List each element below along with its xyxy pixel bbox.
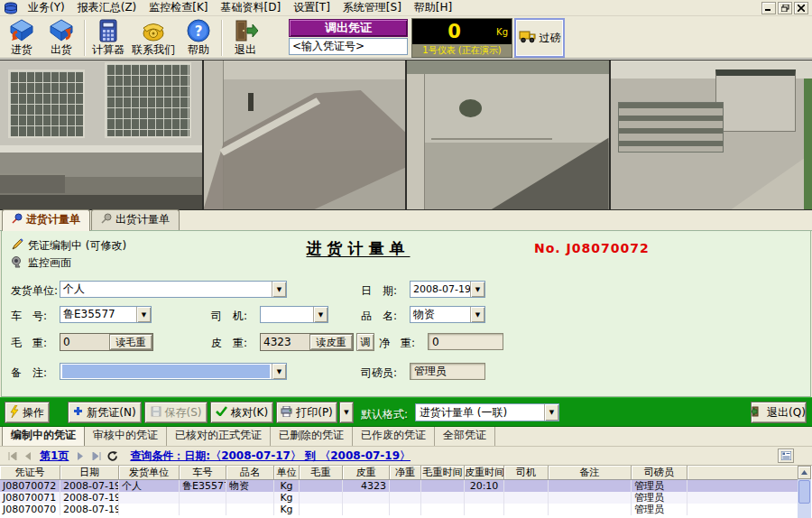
default-format-combo[interactable]: 进货计量单 (一联) ▼ (415, 403, 559, 421)
close-button[interactable] (794, 2, 808, 14)
pit-shadow (407, 60, 609, 209)
table-cell (180, 504, 226, 515)
chevron-down-icon[interactable]: ▼ (136, 307, 151, 322)
column-header[interactable]: 日期 (60, 466, 119, 479)
column-header[interactable]: 毛重时间 (421, 466, 465, 479)
exit-door-icon (752, 406, 763, 420)
grid-scrollbar[interactable] (798, 466, 811, 518)
chevron-down-icon[interactable]: ▼ (272, 282, 286, 297)
weigh-button[interactable]: 过磅 (514, 18, 565, 58)
tab-incoming-ticket[interactable]: 进货计量单 (2, 209, 90, 231)
voucher-tab-0[interactable]: 编制中的凭证 (2, 424, 85, 446)
menu-item-1[interactable]: 报表汇总(Z) (71, 0, 143, 16)
remark-combo[interactable]: ▼ (60, 363, 287, 380)
print-button[interactable]: 打印(P) (276, 402, 337, 423)
operate-button[interactable]: 操作 (5, 402, 50, 423)
column-header[interactable]: 司机 (504, 466, 549, 479)
query-condition-link[interactable]: 查询条件：日期:〈2008-07-17〉 到 〈2008-07-19〉 (130, 449, 411, 464)
column-header[interactable]: 净重 (390, 466, 421, 479)
new-voucher-button[interactable]: 新凭证(N) (68, 402, 142, 423)
help-button[interactable]: ? 帮助 (179, 17, 218, 59)
exit-label: 退出 (235, 43, 256, 56)
date-combo[interactable]: 2008-07-19 ▼ (410, 281, 485, 298)
column-header[interactable]: 凭证号 (0, 466, 60, 479)
lightning-icon (10, 405, 19, 421)
contact-us-button[interactable]: 联系我们 (128, 17, 179, 59)
table-cell: 管理员 (632, 492, 687, 504)
menu-item-5[interactable]: 系统管理[S] (337, 0, 408, 16)
incoming-goods-button[interactable]: 进货 (2, 17, 42, 59)
sender-combo[interactable]: 个人 ▼ (60, 281, 287, 298)
outgoing-goods-button[interactable]: 出货 (42, 17, 81, 59)
table-row[interactable]: J080700722008-07-19个人鲁E35577物资Kg432320:1… (0, 480, 798, 492)
meter-status: 1号仪表 (正在演示) (412, 44, 512, 57)
menu-item-2[interactable]: 监控检查[K] (143, 0, 214, 16)
weight-display: 0 Kg 1号仪表 (正在演示) (411, 18, 512, 58)
truck-no-combo[interactable]: 鲁E35577 ▼ (60, 306, 152, 323)
prev-page-icon[interactable] (22, 450, 34, 461)
column-header-filler (687, 466, 798, 479)
voucher-number: No. J08070072 (534, 241, 650, 255)
goods-label: 品 名: (361, 309, 397, 324)
check-icon (216, 406, 227, 419)
voucher-tab-4[interactable]: 已作废的凭证 (353, 425, 435, 446)
recall-voucher-button[interactable]: 调出凭证 (289, 19, 408, 37)
column-header[interactable]: 皮重时间 (465, 466, 504, 479)
chevron-down-icon[interactable]: ▼ (313, 307, 328, 322)
chevron-down-icon[interactable]: ▼ (544, 404, 558, 421)
menu-item-0[interactable]: 业务(Y) (22, 0, 71, 16)
last-page-icon[interactable] (90, 450, 103, 461)
scrollbar-thumb[interactable] (798, 480, 810, 504)
table-cell: 物资 (226, 480, 274, 492)
column-header[interactable]: 品名 (226, 466, 274, 479)
minimize-button[interactable] (761, 2, 776, 14)
chevron-down-icon[interactable]: ▼ (470, 307, 484, 322)
chevron-down-icon[interactable]: ▼ (272, 364, 286, 379)
page-number-link[interactable]: 第1页 (40, 449, 69, 464)
scrollbar-up-icon[interactable] (798, 466, 811, 479)
voucher-tab-2[interactable]: 已核对的正式凭证 (167, 425, 271, 446)
table-cell (390, 504, 421, 515)
column-header[interactable]: 备注 (549, 466, 632, 479)
voucher-number-input[interactable] (289, 38, 408, 55)
table-cell: 2008-07-19 (60, 504, 119, 515)
toolbar-separator (84, 20, 86, 56)
menu-item-4[interactable]: 设置[T] (287, 0, 337, 16)
restore-button[interactable] (778, 2, 792, 14)
calculator-button[interactable]: 计算器 (88, 17, 128, 59)
exit-button[interactable]: 退出 (226, 17, 265, 59)
read-tare-button[interactable]: 读皮重 (309, 334, 353, 350)
table-row[interactable]: J080700702008-07-19Kg管理员 (0, 504, 798, 515)
exit-form-button[interactable]: 退出(Q) (751, 402, 807, 423)
table-cell-filler (687, 492, 798, 504)
chevron-down-icon[interactable]: ▼ (470, 282, 484, 297)
column-header[interactable]: 车号 (180, 466, 226, 479)
refresh-icon[interactable] (106, 450, 119, 461)
goods-combo[interactable]: 物资 ▼ (410, 306, 485, 323)
voucher-tab-3[interactable]: 已删除的凭证 (271, 425, 353, 446)
read-gross-button[interactable]: 读毛重 (109, 334, 152, 350)
monitor-link-line[interactable]: 监控画面 (11, 255, 71, 271)
adjust-button[interactable]: 调 (356, 333, 374, 351)
table-cell: J08070070 (0, 504, 60, 515)
column-header[interactable]: 毛重 (300, 466, 343, 479)
verify-button[interactable]: 核对(K) (210, 402, 273, 423)
tab-outgoing-ticket[interactable]: 出货计量单 (91, 209, 180, 230)
next-page-icon[interactable] (74, 450, 87, 461)
voucher-tab-1[interactable]: 审核中的凭证 (85, 425, 167, 446)
voucher-tab-5[interactable]: 全部凭证 (435, 425, 495, 446)
operator-field: 管理员 (410, 363, 485, 380)
column-header[interactable]: 皮重 (343, 466, 390, 479)
table-row[interactable]: J080700712008-07-19Kg管理员 (0, 492, 798, 504)
column-header[interactable]: 单位 (274, 466, 300, 479)
column-header[interactable]: 司磅员 (632, 466, 687, 479)
column-header[interactable]: 发货单位 (119, 466, 180, 479)
print-dropdown-button[interactable]: ▼ (339, 402, 354, 423)
wall (407, 74, 425, 209)
weight-unit: Kg (496, 27, 512, 37)
first-page-icon[interactable] (5, 450, 18, 461)
menu-item-3[interactable]: 基础资料[D] (215, 0, 288, 16)
driver-combo[interactable]: ▼ (260, 306, 328, 323)
menu-item-6[interactable]: 帮助[H] (408, 0, 458, 16)
grid-settings-icon[interactable] (778, 449, 794, 463)
